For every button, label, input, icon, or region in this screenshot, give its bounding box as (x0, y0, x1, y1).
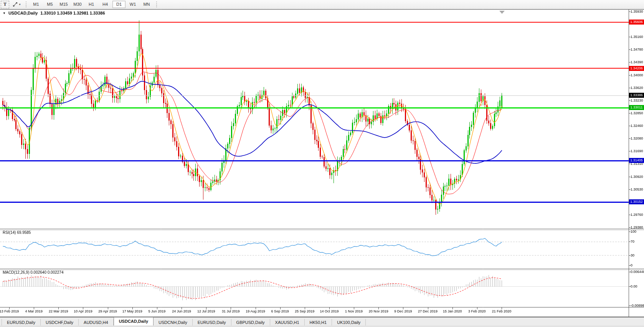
chart-tabs-bar: EURUSD,DailyUSDCHF,DailyAUDUSD,H4USDCAD,… (0, 317, 644, 326)
date-axis-label: 25 Sep 2019 (295, 309, 314, 313)
price-axis-label: 1.30920 (631, 175, 644, 179)
price-axis-label: 1.35930 (631, 10, 644, 13)
rsi-axis-label: 0 (631, 263, 644, 267)
date-axis-label: 31 Jul 2019 (222, 309, 240, 313)
chart-tab-gbpusd-daily[interactable]: GBPUSD,Daily (231, 319, 270, 326)
price-axis-label: 1.34000 (631, 73, 644, 77)
bottom-strip (0, 325, 644, 327)
price-chart-canvas[interactable] (0, 0, 644, 318)
price-axis-label: 1.32850 (631, 111, 644, 115)
price-level-badge: 1.33011 (629, 105, 644, 110)
macd-axis-label: -0.00898 (631, 304, 644, 307)
rsi-axis-label: 100 (631, 230, 644, 233)
price-axis-label: 1.31690 (631, 149, 644, 153)
rsi-indicator-label: RSI(14) 69.9585 (3, 230, 31, 235)
price-axis-label: 1.29760 (631, 213, 644, 217)
chart-tab-uk100-daily[interactable]: UK100,Daily (332, 319, 366, 326)
macd-axis-label: 0.00 (631, 284, 644, 288)
price-level-badge: 1.34206 (629, 66, 644, 71)
chart-tab-eurusd-daily[interactable]: EURUSD,Daily (193, 319, 231, 326)
date-axis-label: 15 Jan 2020 (443, 309, 462, 313)
price-axis-label: 1.32460 (631, 124, 644, 128)
date-axis-label: 12 Jul 2019 (197, 309, 215, 313)
chart-tab-eurusd-daily[interactable]: EURUSD,Daily (2, 319, 41, 326)
price-axis-label: 1.33620 (631, 86, 644, 90)
date-axis-label: 1 Nov 2019 (345, 309, 363, 313)
chart-tab-usdcad-daily[interactable]: USDCAD,Daily (114, 317, 154, 326)
date-axis-label: 20 Nov 2019 (369, 309, 388, 313)
date-axis-label: 14 Oct 2019 (320, 309, 339, 313)
chart-symbol-label: USDCAD,Daily (8, 11, 38, 15)
date-axis-label: 5 Jun 2019 (149, 309, 166, 313)
chart-dropdown-icon[interactable]: ▼ (3, 12, 6, 15)
price-level-badge: 1.33386 (629, 93, 644, 98)
price-axis-label: 1.33230 (631, 99, 644, 102)
chart-tab-audusd-h4[interactable]: AUDUSD,H4 (79, 319, 114, 326)
macd-axis-label: 0.006448 (631, 270, 644, 274)
date-axis-label: 27 Dec 2019 (418, 309, 438, 313)
chart-tab-usdchf-daily[interactable]: USDCHF,Daily (41, 319, 79, 326)
date-axis-label: 24 Jun 2019 (172, 309, 191, 313)
date-axis-label: 10 Apr 2019 (74, 309, 92, 313)
price-level-badge: 1.35606 (629, 20, 644, 25)
date-axis-label: 17 May 2019 (122, 309, 142, 313)
date-axis-label: 21 Feb 2020 (492, 309, 512, 313)
date-axis-label: 3 Feb 2020 (468, 309, 486, 313)
chart-ohlc-values: 1.33010 1.33459 1.32981 1.33386 (40, 11, 105, 15)
price-axis-label: 1.30530 (631, 187, 644, 191)
chart-tab-usdcnh-daily[interactable]: USDCNH,Daily (154, 319, 193, 326)
price-axis-label: 1.35160 (631, 35, 644, 39)
chart-tab-xauusd-h1[interactable]: XAUUSD,H1 (270, 319, 305, 326)
date-axis-label: 29 Apr 2019 (98, 309, 117, 313)
price-axis-label: 1.34780 (631, 48, 644, 51)
date-axis-label: 6 Sep 2019 (271, 309, 289, 313)
trading-platform-window: T ▾ M1M5M15M30H1H4D1W1MN ▼ USDCAD,Daily … (0, 0, 644, 327)
price-axis-label: 1.29380 (631, 225, 644, 229)
rsi-axis-label: 70 (631, 240, 644, 243)
price-level-badge: 1.31405 (629, 158, 644, 163)
rsi-axis-label: 30 (631, 253, 644, 257)
chart-ohlc-header: ▼ USDCAD,Daily 1.33010 1.33459 1.32981 1… (3, 11, 105, 15)
price-axis-label: 1.32080 (631, 136, 644, 140)
date-axis-label: 9 Dec 2019 (394, 309, 412, 313)
date-axis-label: 4 Mar 2019 (25, 309, 43, 313)
price-level-badge: 1.30152 (629, 199, 644, 204)
macd-indicator-label: MACD(12,26,9) 0.002640 0.002274 (3, 270, 63, 274)
chart-tab-hk50-h1[interactable]: HK50,H1 (305, 319, 332, 326)
chart-window: ▼ USDCAD,Daily 1.33010 1.33459 1.32981 1… (0, 0, 644, 327)
date-axis-label: 22 Mar 2019 (49, 309, 68, 313)
date-axis-label: 19 Aug 2019 (246, 309, 265, 313)
date-axis-label: 13 Feb 2019 (0, 309, 19, 313)
price-axis-label: 1.34390 (631, 60, 644, 64)
